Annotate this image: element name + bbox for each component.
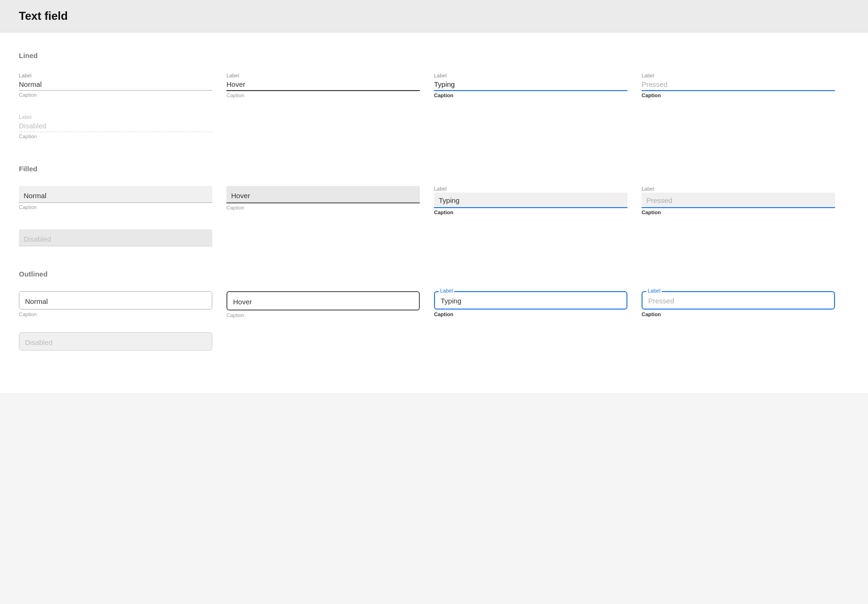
- page-header: Text field: [0, 0, 868, 33]
- filled-normal-caption: Caption: [19, 204, 212, 210]
- filled-typing-caption: Caption: [434, 210, 627, 215]
- lined-disabled-field: Label Caption: [19, 114, 212, 141]
- outlined-normal-caption: Caption: [19, 311, 212, 317]
- outlined-normal-field: Caption: [19, 291, 212, 317]
- lined-normal-field: Label Caption: [19, 73, 212, 100]
- lined-disabled-label: Label: [19, 114, 212, 120]
- outlined-disabled-input: [25, 338, 206, 346]
- lined-disabled-input: [19, 121, 212, 132]
- outlined-section: Outlined Caption Caption: [19, 270, 849, 351]
- outlined-hover-input[interactable]: [233, 298, 413, 306]
- filled-pressed-label: Label: [642, 186, 835, 192]
- outlined-hover-field: Caption: [226, 291, 420, 318]
- filled-pressed-caption: Caption: [642, 210, 835, 215]
- filled-section-title: Filled: [19, 165, 849, 173]
- outlined-normal-input[interactable]: [25, 297, 206, 305]
- lined-hover-label: Label: [226, 73, 420, 78]
- outlined-disabled-field: [19, 332, 212, 351]
- lined-hover-input[interactable]: [226, 79, 420, 91]
- lined-typing-field: Label Caption: [434, 73, 627, 100]
- filled-normal-field: Caption: [19, 186, 212, 210]
- filled-pressed-field: Label Caption: [642, 186, 835, 215]
- outlined-typing-caption: Caption: [434, 311, 627, 317]
- lined-normal-label: Label: [19, 73, 212, 78]
- lined-pressed-label: Label: [642, 73, 835, 78]
- outlined-hover-caption: Caption: [226, 312, 420, 318]
- filled-pressed-input[interactable]: [646, 196, 830, 204]
- filled-typing-label: Label: [434, 186, 627, 192]
- outlined-typing-input[interactable]: [441, 297, 621, 305]
- filled-typing-field: Label Caption: [434, 186, 627, 215]
- lined-pressed-caption: Caption: [642, 92, 835, 98]
- lined-disabled-caption: Caption: [19, 134, 212, 139]
- outlined-typing-label: Label: [439, 288, 454, 294]
- filled-hover-field: Caption: [226, 186, 420, 210]
- page-title: Text field: [19, 9, 68, 22]
- lined-normal-caption: Caption: [19, 92, 212, 98]
- outlined-pressed-field: Label Caption: [642, 291, 835, 317]
- lined-typing-label: Label: [434, 73, 627, 78]
- filled-normal-input[interactable]: [24, 192, 208, 200]
- lined-section: Lined Label Caption Label Caption: [19, 51, 849, 141]
- lined-hover-caption: Caption: [226, 92, 420, 98]
- filled-section: Filled Caption Caption: [19, 165, 849, 246]
- lined-hover-field: Label Caption: [226, 73, 420, 100]
- outlined-pressed-caption: Caption: [642, 311, 835, 317]
- filled-typing-input[interactable]: [439, 196, 623, 204]
- filled-disabled-field: [19, 229, 212, 246]
- outlined-section-title: Outlined: [19, 270, 849, 278]
- lined-typing-caption: Caption: [434, 92, 627, 98]
- lined-normal-input[interactable]: [19, 79, 212, 91]
- lined-pressed-field: Label Caption: [642, 73, 835, 100]
- lined-pressed-input[interactable]: [642, 79, 835, 91]
- outlined-typing-field: Label Caption: [434, 291, 627, 317]
- filled-disabled-input: [24, 235, 208, 243]
- filled-hover-input[interactable]: [231, 192, 415, 200]
- lined-section-title: Lined: [19, 51, 849, 59]
- outlined-pressed-label: Label: [646, 288, 662, 294]
- filled-hover-caption: Caption: [226, 205, 420, 210]
- lined-typing-input[interactable]: [434, 79, 627, 91]
- outlined-pressed-input[interactable]: [648, 297, 828, 305]
